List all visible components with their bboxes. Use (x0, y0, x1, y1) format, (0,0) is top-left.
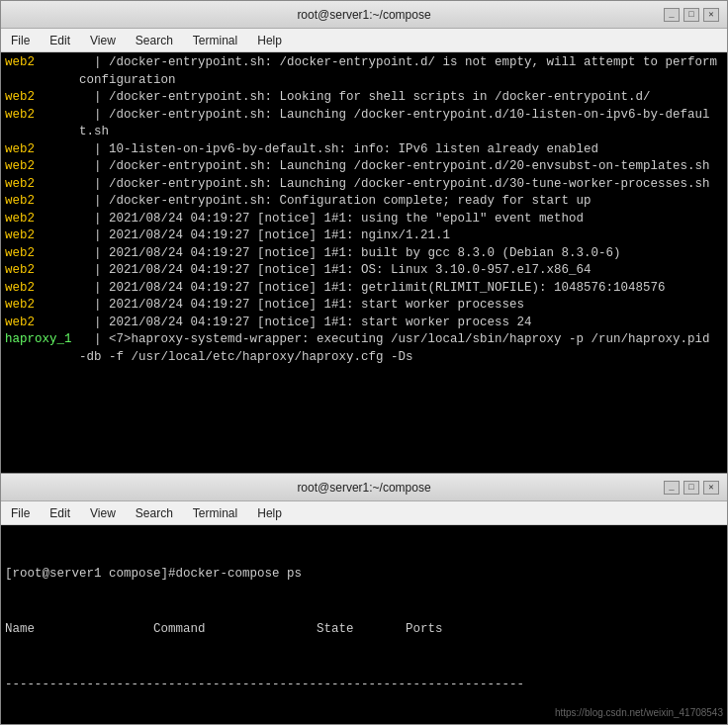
menu-edit-1[interactable]: Edit (40, 32, 80, 49)
terminal-line: web2 | /docker-entrypoint.sh: Launching … (5, 107, 723, 141)
close-button-2[interactable]: ✕ (703, 481, 719, 495)
line-label: web2 (5, 315, 79, 332)
terminal-line: web2 | /docker-entrypoint.sh: Configurat… (5, 193, 723, 211)
title-bar-2: root@server1:~/compose _ □ ✕ (1, 474, 727, 501)
line-label: web2 (5, 227, 79, 245)
line-label: web2 (5, 107, 79, 141)
window-controls-1[interactable]: _ □ ✕ (664, 8, 719, 22)
line-content: | /docker-entrypoint.sh: Launching /dock… (79, 158, 710, 176)
terminal-line: web2 | 2021/08/24 04:19:27 [notice] 1#1:… (5, 227, 723, 245)
maximize-button-1[interactable]: □ (683, 8, 699, 22)
terminal-line: web2 | /docker-entrypoint.sh: Launching … (5, 158, 723, 176)
line-label: web2 (5, 176, 79, 194)
terminal-line: web2 | /docker-entrypoint.sh: Launching … (5, 176, 723, 194)
menu-file-1[interactable]: File (1, 32, 40, 49)
terminal-window-1: root@server1:~/compose _ □ ✕ File Edit V… (0, 0, 728, 475)
terminal-line: haproxy_1 | <7>haproxy-systemd-wrapper: … (5, 331, 723, 366)
terminal-line: web2 | 2021/08/24 04:19:27 [notice] 1#1:… (5, 262, 723, 280)
line-content: | /docker-entrypoint.sh: Launching /dock… (79, 107, 723, 141)
line-content: | 2021/08/24 04:19:27 [notice] 1#1: star… (79, 315, 532, 332)
line-label: web2 (5, 280, 79, 298)
line-content: | /docker-entrypoint.sh: Launching /dock… (79, 176, 710, 194)
terminal-line: web2 | /docker-entrypoint.sh: Looking fo… (5, 89, 723, 107)
title-bar-1: root@server1:~/compose _ □ ✕ (1, 1, 727, 29)
menu-view-1[interactable]: View (80, 32, 126, 49)
ps-output: [root@server1 compose]#docker-compose ps… (5, 527, 723, 724)
line-label: haproxy_1 (5, 331, 79, 366)
menu-search-1[interactable]: Search (126, 32, 183, 49)
line-label: web2 (5, 211, 79, 228)
terminal-line: web2 | 2021/08/24 04:19:27 [notice] 1#1:… (5, 297, 723, 315)
window-title-1: root@server1:~/compose (297, 8, 430, 22)
line-content: | /docker-entrypoint.sh: /docker-entrypo… (79, 54, 723, 89)
terminal-window-2: root@server1:~/compose _ □ ✕ File Edit V… (0, 473, 728, 725)
line-label: web2 (5, 141, 79, 159)
menu-edit-2[interactable]: Edit (40, 504, 80, 522)
menu-help-1[interactable]: Help (247, 32, 292, 49)
terminal-body-1: web2 | /docker-entrypoint.sh: /docker-en… (1, 52, 727, 474)
menu-file-2[interactable]: File (1, 504, 40, 522)
maximize-button-2[interactable]: □ (683, 481, 699, 495)
minimize-button-2[interactable]: _ (664, 481, 680, 495)
terminal-line: web2 | 10-listen-on-ipv6-by-default.sh: … (5, 141, 723, 159)
minimize-button-1[interactable]: _ (664, 8, 680, 22)
menu-terminal-2[interactable]: Terminal (183, 504, 247, 522)
menu-terminal-1[interactable]: Terminal (183, 32, 247, 49)
window-controls-2[interactable]: _ □ ✕ (664, 481, 719, 495)
terminal-line: web2 | 2021/08/24 04:19:27 [notice] 1#1:… (5, 280, 723, 298)
terminal-line: web2 | 2021/08/24 04:19:27 [notice] 1#1:… (5, 245, 723, 263)
menu-help-2[interactable]: Help (247, 504, 292, 522)
terminal-line: web2 | 2021/08/24 04:19:27 [notice] 1#1:… (5, 315, 723, 332)
line-content: | 10-listen-on-ipv6-by-default.sh: info:… (79, 141, 598, 159)
line-label: web2 (5, 158, 79, 176)
menu-bar-1: File Edit View Search Terminal Help (1, 29, 727, 52)
terminal-line: web2 | 2021/08/24 04:19:27 [notice] 1#1:… (5, 211, 723, 228)
menu-view-2[interactable]: View (80, 504, 126, 522)
line-content: | 2021/08/24 04:19:27 [notice] 1#1: getr… (79, 280, 666, 298)
line-content: | 2021/08/24 04:19:27 [notice] 1#1: ngin… (79, 227, 450, 245)
line-label: web2 (5, 193, 79, 211)
menu-bar-2: File Edit View Search Terminal Help (1, 501, 727, 525)
ps-prompt: [root@server1 compose]#docker-compose ps (5, 565, 723, 584)
line-content: | 2021/08/24 04:19:27 [notice] 1#1: star… (79, 297, 524, 315)
ps-header: Name Command State Ports (5, 620, 723, 639)
line-label: web2 (5, 89, 79, 107)
window-title-2: root@server1:~/compose (297, 481, 430, 495)
terminal-body-2: [root@server1 compose]#docker-compose ps… (1, 525, 727, 724)
line-label: web2 (5, 297, 79, 315)
line-content: | 2021/08/24 04:19:27 [notice] 1#1: usin… (79, 211, 584, 228)
line-content: | 2021/08/24 04:19:27 [notice] 1#1: buil… (79, 245, 621, 263)
line-label: web2 (5, 54, 79, 89)
line-content: | <7>haproxy-systemd-wrapper: executing … (79, 331, 723, 366)
terminal-line: web2 | /docker-entrypoint.sh: /docker-en… (5, 54, 723, 89)
watermark: https://blog.csdn.net/weixin_41708543 (555, 706, 723, 720)
line-content: | /docker-entrypoint.sh: Looking for she… (79, 89, 651, 107)
close-button-1[interactable]: ✕ (703, 8, 719, 22)
line-content: | 2021/08/24 04:19:27 [notice] 1#1: OS: … (79, 262, 592, 280)
ps-divider: ----------------------------------------… (5, 676, 723, 694)
menu-search-2[interactable]: Search (126, 504, 183, 522)
line-label: web2 (5, 262, 79, 280)
line-label: web2 (5, 245, 79, 263)
line-content: | /docker-entrypoint.sh: Configuration c… (79, 193, 592, 211)
